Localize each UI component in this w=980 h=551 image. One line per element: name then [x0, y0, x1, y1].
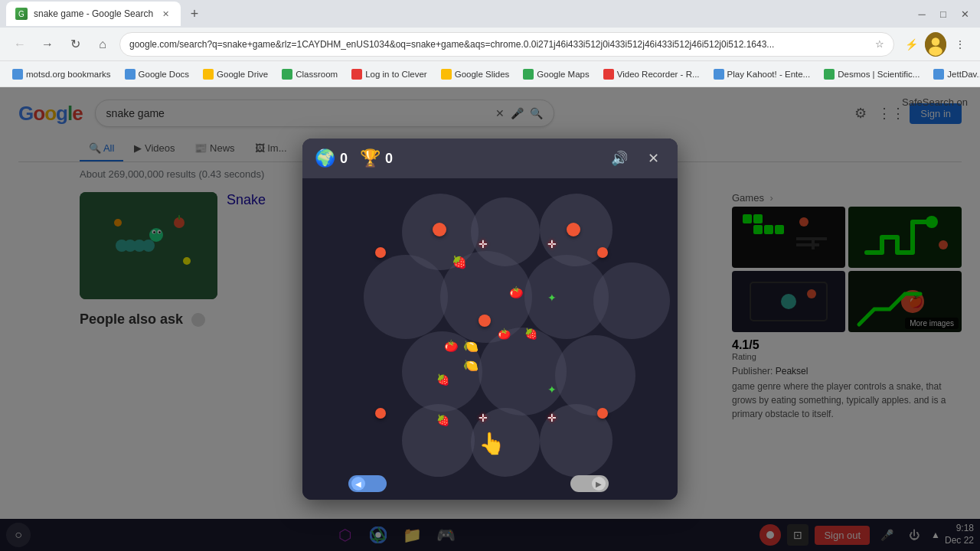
bookmark-desmos[interactable]: Desmos | Scientific...: [818, 66, 926, 83]
title-bar: G snake game - Google Search ✕ + ─ □ ✕: [0, 0, 980, 28]
browser-frame: G snake game - Google Search ✕ + ─ □ ✕ ←…: [0, 0, 980, 551]
tab-favicon: G: [15, 8, 28, 20]
svg-point-1: [932, 37, 940, 46]
game-apple: [597, 408, 608, 419]
maximize-button[interactable]: □: [934, 5, 952, 23]
close-window-button[interactable]: ✕: [956, 5, 974, 23]
bookmark-drive[interactable]: Google Drive: [197, 66, 274, 83]
game-apple: [375, 408, 386, 419]
game-tomato: 🍅: [444, 339, 459, 353]
bookmark-docs[interactable]: Google Docs: [119, 66, 195, 83]
address-bar: ← → ↻ ⌂ google.com/search?q=snake+game&r…: [0, 28, 980, 61]
game-bubble: [479, 328, 567, 416]
browser-tab[interactable]: G snake game - Google Search ✕: [6, 2, 181, 26]
game-area[interactable]: ◀ ▶ 🍓 🍓 🍓: [302, 178, 678, 500]
score-1-icon: 🌍: [315, 148, 335, 168]
back-button[interactable]: ←: [9, 34, 31, 55]
game-controls: 🔊 ✕: [607, 146, 665, 171]
game-banana: 🍋: [463, 339, 479, 354]
sound-button[interactable]: 🔊: [607, 146, 632, 171]
game-header: 🌍 0 🏆 0 🔊 ✕: [302, 139, 678, 178]
game-strawberry: 🍓: [436, 414, 449, 426]
game-powerup: ✛: [479, 412, 488, 424]
game-bubble: [555, 335, 635, 416]
bookmark-icon: [441, 69, 452, 80]
close-game-button[interactable]: ✕: [641, 146, 665, 171]
snake-body-segment: ◀: [348, 475, 387, 492]
bookmark-kahoot[interactable]: Play Kahoot! - Ente...: [707, 66, 817, 83]
score-1-value: 0: [340, 151, 348, 167]
bookmark-icon: [714, 69, 724, 80]
extensions-button[interactable]: ⚡: [900, 34, 922, 55]
game-tomato: 🍅: [509, 285, 524, 299]
refresh-button[interactable]: ↻: [64, 34, 86, 55]
bookmark-icon: [603, 69, 614, 80]
menu-button[interactable]: ⋮: [949, 34, 971, 55]
bookmark-icon: [933, 69, 944, 80]
bookmark-jettdav[interactable]: JettDav...: [927, 66, 980, 83]
url-text: google.com/search?q=snake+game&rlz=1CAYD…: [129, 39, 875, 50]
game-plant: ✦: [547, 383, 557, 396]
bookmark-icon: [12, 69, 23, 80]
forward-button[interactable]: →: [37, 34, 58, 55]
game-powerup: ✛: [547, 238, 557, 250]
score-2: 🏆 0: [360, 148, 393, 168]
bookmark-clever[interactable]: Log in to Clever: [345, 66, 433, 83]
profile-picture: [925, 32, 946, 57]
score-2-icon: 🏆: [360, 148, 381, 168]
bookmark-icon: [824, 69, 835, 80]
game-tomato: 🍅: [498, 328, 511, 340]
svg-point-2: [929, 46, 942, 55]
bookmark-classroom[interactable]: Classroom: [276, 66, 344, 83]
bookmark-icon: [125, 69, 136, 80]
bookmarks-bar: motsd.org bookmarks Google Docs Google D…: [0, 61, 980, 87]
bookmark-icon: [523, 69, 534, 80]
address-icons: ⚡ ⋮: [900, 34, 971, 55]
bookmark-icon: [351, 69, 362, 80]
bookmark-icon[interactable]: ☆: [875, 38, 884, 50]
game-apple: [597, 247, 608, 258]
game-plant: ✦: [547, 292, 557, 304]
game-bubble: [364, 255, 448, 339]
game-strawberry: 🍓: [524, 328, 537, 340]
game-overlay: 🌍 0 🏆 0 🔊 ✕: [0, 87, 980, 551]
game-apple: [479, 315, 491, 327]
game-apple: [567, 223, 580, 236]
home-button[interactable]: ⌂: [92, 34, 113, 55]
score-1: 🌍 0: [315, 148, 348, 168]
bookmark-slides[interactable]: Google Slides: [435, 66, 516, 83]
game-banana: 🍋: [463, 358, 479, 373]
game-cursor: 👆: [479, 431, 505, 456]
bookmark-icon: [282, 69, 292, 80]
account-icon[interactable]: [925, 34, 946, 55]
bookmark-motsd[interactable]: motsd.org bookmarks: [6, 66, 117, 83]
game-container: 🌍 0 🏆 0 🔊 ✕: [302, 139, 678, 500]
game-apple: [433, 223, 446, 236]
tab-title: snake game - Google Search: [34, 8, 153, 19]
game-powerup: ✛: [547, 412, 557, 424]
score-2-value: 0: [385, 151, 393, 167]
game-strawberry: 🍓: [436, 373, 449, 386]
snake-body-segment-2: ▶: [570, 475, 609, 492]
bookmark-recorder[interactable]: Video Recorder - R...: [597, 66, 706, 83]
bookmark-icon: [203, 69, 214, 80]
game-powerup: ✛: [479, 238, 488, 250]
main-content: Google snake game ✕ 🎤 🔍 ⚙ ⋮⋮ Sign in: [0, 87, 980, 551]
minimize-button[interactable]: ─: [913, 5, 931, 23]
new-tab-button[interactable]: +: [184, 3, 205, 24]
game-strawberry: 🍓: [452, 255, 467, 269]
game-apple: [375, 247, 386, 258]
game-bubble: [593, 262, 670, 339]
tab-close-button[interactable]: ✕: [159, 8, 172, 20]
url-bar[interactable]: google.com/search?q=snake+game&rlz=1CAYD…: [119, 32, 894, 57]
bookmark-maps[interactable]: Google Maps: [517, 66, 595, 83]
